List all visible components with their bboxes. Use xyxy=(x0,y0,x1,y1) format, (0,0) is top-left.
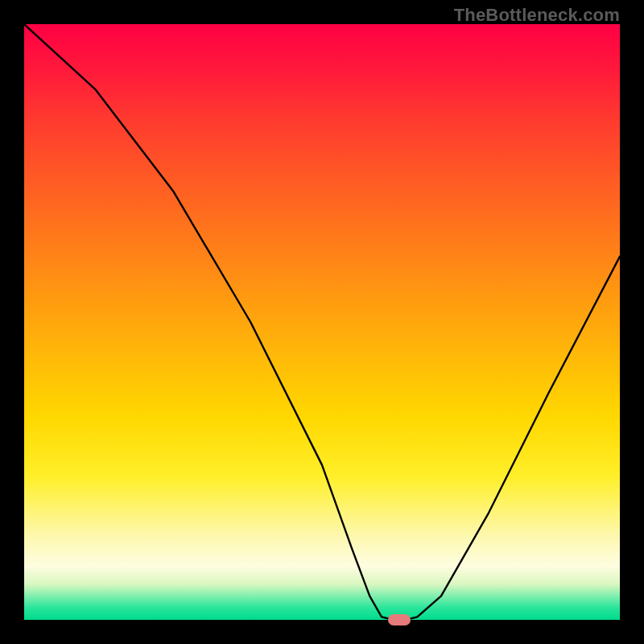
optimal-marker xyxy=(388,614,411,625)
bottleneck-curve xyxy=(24,24,620,620)
curve-svg xyxy=(24,24,620,620)
plot-area xyxy=(24,24,620,620)
chart-frame: TheBottleneck.com xyxy=(0,0,644,644)
attribution-text: TheBottleneck.com xyxy=(454,5,620,26)
